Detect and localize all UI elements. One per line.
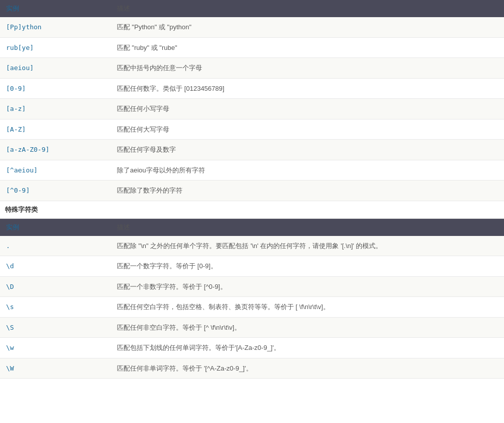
cell-example: [A-Z] bbox=[0, 119, 111, 140]
cell-desc: 匹配除 "\n" 之外的任何单个字符。要匹配包括 '\n' 在内的任何字符，请使… bbox=[111, 236, 504, 256]
special-char-block: 实例 描述 .匹配除 "\n" 之外的任何单个字符。要匹配包括 '\n' 在内的… bbox=[0, 219, 504, 379]
cell-example: \d bbox=[0, 256, 111, 277]
cell-desc: 匹配任何空白字符，包括空格、制表符、换页符等等。等价于 [ \f\n\r\t\v… bbox=[111, 297, 504, 318]
cell-desc: 匹配 "Python" 或 "python" bbox=[111, 17, 504, 37]
table-row: \s匹配任何空白字符，包括空格、制表符、换页符等等。等价于 [ \f\n\r\t… bbox=[0, 297, 504, 318]
table-header-row: 实例 描述 bbox=[0, 0, 504, 17]
cell-example: [^aeiou] bbox=[0, 160, 111, 180]
cell-desc: 匹配任何非单词字符。等价于 '[^A-Za-z0-9_]'。 bbox=[111, 358, 504, 379]
table-row: [0-9]匹配任何数字。类似于 [0123456789] bbox=[0, 78, 504, 99]
cell-example: \S bbox=[0, 317, 111, 338]
cell-example: [Pp]ython bbox=[0, 17, 111, 37]
cell-example: [0-9] bbox=[0, 78, 111, 99]
table-row: [Pp]ython匹配 "Python" 或 "python" bbox=[0, 17, 504, 37]
cell-example: . bbox=[0, 236, 111, 256]
cell-desc: 匹配除了数字外的字符 bbox=[111, 180, 504, 201]
table-row: [A-Z]匹配任何大写字母 bbox=[0, 119, 504, 140]
cell-desc: 匹配包括下划线的任何单词字符。等价于'[A-Za-z0-9_]'。 bbox=[111, 338, 504, 358]
cell-desc: 匹配 "ruby" 或 "rube" bbox=[111, 37, 504, 58]
table-row: .匹配除 "\n" 之外的任何单个字符。要匹配包括 '\n' 在内的任何字符，请… bbox=[0, 236, 504, 256]
cell-desc: 匹配任何非空白字符。等价于 [^ \f\n\r\t\v]。 bbox=[111, 317, 504, 338]
cell-example: [a-zA-Z0-9] bbox=[0, 140, 111, 160]
char-class-block: 实例 描述 [Pp]ython匹配 "Python" 或 "python"rub… bbox=[0, 0, 504, 201]
cell-desc: 匹配任何字母及数字 bbox=[111, 140, 504, 160]
cell-example: rub[ye] bbox=[0, 37, 111, 58]
table-row: \d匹配一个数字字符。等价于 [0-9]。 bbox=[0, 256, 504, 277]
char-class-table: 实例 描述 [Pp]ython匹配 "Python" 或 "python"rub… bbox=[0, 0, 504, 201]
cell-desc: 匹配一个非数字字符。等价于 [^0-9]。 bbox=[111, 276, 504, 297]
header2-desc: 描述 bbox=[111, 219, 504, 236]
special-char-section-label: 特殊字符类 bbox=[0, 201, 504, 219]
table-row: [a-zA-Z0-9]匹配任何字母及数字 bbox=[0, 140, 504, 160]
header-desc: 描述 bbox=[111, 0, 504, 17]
cell-example: [a-z] bbox=[0, 99, 111, 119]
cell-desc: 匹配任何大写字母 bbox=[111, 119, 504, 140]
cell-example: \s bbox=[0, 297, 111, 318]
cell-example: [^0-9] bbox=[0, 180, 111, 201]
header-example: 实例 bbox=[0, 0, 111, 17]
table-row: \D匹配一个非数字字符。等价于 [^0-9]。 bbox=[0, 276, 504, 297]
cell-example: [aeiou] bbox=[0, 58, 111, 79]
table-row: \w匹配包括下划线的任何单词字符。等价于'[A-Za-z0-9_]'。 bbox=[0, 338, 504, 358]
cell-desc: 匹配一个数字字符。等价于 [0-9]。 bbox=[111, 256, 504, 277]
cell-desc: 除了aeiou字母以外的所有字符 bbox=[111, 160, 504, 180]
table-row: [^aeiou]除了aeiou字母以外的所有字符 bbox=[0, 160, 504, 180]
cell-desc: 匹配中括号内的任意一个字母 bbox=[111, 58, 504, 79]
table2-header-row: 实例 描述 bbox=[0, 219, 504, 236]
table-row: \W匹配任何非单词字符。等价于 '[^A-Za-z0-9_]'。 bbox=[0, 358, 504, 379]
cell-desc: 匹配任何小写字母 bbox=[111, 99, 504, 119]
cell-example: \W bbox=[0, 358, 111, 379]
page-wrapper: 实例 描述 [Pp]ython匹配 "Python" 或 "python"rub… bbox=[0, 0, 504, 379]
cell-desc: 匹配任何数字。类似于 [0123456789] bbox=[111, 78, 504, 99]
table-row: \S匹配任何非空白字符。等价于 [^ \f\n\r\t\v]。 bbox=[0, 317, 504, 338]
table-row: [aeiou]匹配中括号内的任意一个字母 bbox=[0, 58, 504, 79]
header2-example: 实例 bbox=[0, 219, 111, 236]
table-row: [^0-9]匹配除了数字外的字符 bbox=[0, 180, 504, 201]
special-char-table: 实例 描述 .匹配除 "\n" 之外的任何单个字符。要匹配包括 '\n' 在内的… bbox=[0, 219, 504, 379]
cell-example: \w bbox=[0, 338, 111, 358]
table-row: [a-z]匹配任何小写字母 bbox=[0, 99, 504, 119]
table-row: rub[ye]匹配 "ruby" 或 "rube" bbox=[0, 37, 504, 58]
cell-example: \D bbox=[0, 276, 111, 297]
